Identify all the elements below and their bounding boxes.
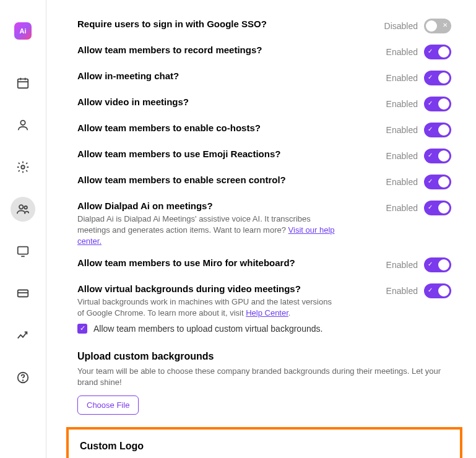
setting-row: Require users to sign in with Google SSO… [77, 19, 451, 33]
svg-rect-0 [18, 79, 28, 89]
toggle-miro[interactable]: ✓ [424, 257, 451, 272]
setting-control: Enabled ✓ [386, 257, 451, 272]
status-text: Enabled [386, 99, 418, 109]
toggle-screen-control[interactable]: ✓ [424, 175, 451, 189]
svg-point-4 [20, 121, 25, 125]
setting-control: Disabled ✕ [384, 19, 451, 33]
custom-logo-highlight: Custom Logo Logos will be constrained to… [66, 427, 462, 458]
status-text: Enabled [386, 73, 418, 83]
svg-point-7 [24, 206, 27, 209]
checkbox-row: ✓ Allow team members to upload custom vi… [77, 324, 337, 334]
setting-row: Allow team members to enable screen cont… [77, 175, 451, 189]
setting-control: Enabled ✓ [386, 45, 451, 59]
toggle-virtual-bg[interactable]: ✓ [424, 283, 451, 298]
setting-label: Allow team members to record meetings? [77, 45, 262, 55]
setting-label: Allow team members to use Miro for white… [77, 257, 295, 268]
analytics-icon[interactable] [11, 323, 35, 348]
status-text: Enabled [386, 260, 418, 270]
setting-control: Enabled ✓ [386, 123, 451, 137]
help-center-link[interactable]: Help Center [246, 308, 288, 318]
card-icon[interactable] [11, 281, 35, 306]
setting-label: Allow in-meeting chat? [77, 71, 179, 81]
toggle-record[interactable]: ✓ [424, 45, 451, 59]
gear-icon[interactable] [11, 155, 35, 179]
toggle-cohosts[interactable]: ✓ [424, 123, 451, 137]
setting-row: Allow team members to use Emoji Reaction… [77, 149, 451, 163]
setting-description: Dialpad Ai is Dialpad Ai Meetings' assis… [77, 214, 337, 248]
setting-label: Allow team members to enable screen cont… [77, 175, 286, 185]
setting-control: Enabled ✓ [386, 149, 451, 163]
svg-point-5 [21, 165, 25, 169]
main-content: Require users to sign in with Google SSO… [46, 0, 476, 458]
help-icon[interactable] [11, 365, 35, 390]
setting-row: Allow team members to record meetings? E… [77, 45, 451, 59]
setting-row: Allow Dialpad Ai on meetings? Dialpad Ai… [77, 201, 451, 248]
toggle-dialpad-ai[interactable]: ✓ [424, 201, 451, 215]
status-text: Enabled [386, 151, 418, 161]
toggle-emoji[interactable]: ✓ [424, 149, 451, 163]
setting-control: Enabled ✓ [386, 71, 451, 85]
section-title: Upload custom backgrounds [77, 351, 451, 362]
toggle-chat[interactable]: ✓ [424, 71, 451, 85]
setting-row: Allow team members to enable co-hosts? E… [77, 123, 451, 137]
status-text: Enabled [386, 286, 418, 296]
setting-label: Allow virtual backgrounds during video m… [77, 283, 325, 294]
toggle-video[interactable]: ✓ [424, 97, 451, 111]
upload-backgrounds-checkbox[interactable]: ✓ [77, 324, 87, 334]
setting-label: Allow video in meetings? [77, 97, 189, 107]
setting-row: Allow video in meetings? Enabled ✓ [77, 97, 451, 111]
setting-row: Allow virtual backgrounds during video m… [77, 283, 451, 334]
section-title: Custom Logo [80, 441, 449, 452]
setting-label: Allow team members to use Emoji Reaction… [77, 149, 280, 159]
status-text: Enabled [386, 177, 418, 187]
people-icon[interactable] [11, 197, 35, 222]
monitor-icon[interactable] [11, 239, 35, 264]
section-description: Logos will be constrained to a maximum h… [80, 456, 449, 458]
svg-point-13 [23, 380, 24, 381]
status-text: Enabled [386, 203, 418, 213]
setting-label: Require users to sign in with Google SSO… [77, 19, 267, 29]
status-text: Disabled [384, 21, 418, 31]
status-text: Enabled [386, 47, 418, 57]
upload-backgrounds-section: Upload custom backgrounds Your team will… [77, 351, 451, 415]
setting-control: Enabled ✓ [386, 175, 451, 189]
setting-label: Allow team members to enable co-hosts? [77, 123, 261, 133]
sidebar: Ai [0, 0, 46, 458]
svg-point-6 [19, 205, 23, 209]
person-icon[interactable] [11, 113, 35, 137]
section-description: Your team will be able to choose these c… [77, 366, 451, 388]
setting-label: Allow Dialpad Ai on meetings? [77, 201, 325, 211]
setting-row: Allow team members to use Miro for white… [77, 257, 451, 272]
calendar-icon[interactable] [11, 71, 35, 95]
setting-control: Enabled ✓ [386, 283, 451, 298]
checkbox-label: Allow team members to upload custom virt… [93, 324, 322, 334]
setting-description: Virtual backgrounds work in machines wit… [77, 296, 337, 319]
svg-rect-8 [18, 247, 28, 254]
app-logo[interactable]: Ai [14, 22, 32, 40]
choose-file-button[interactable]: Choose File [77, 395, 139, 415]
status-text: Enabled [386, 125, 418, 135]
setting-row: Allow in-meeting chat? Enabled ✓ [77, 71, 451, 85]
setting-control: Enabled ✓ [386, 97, 451, 111]
setting-control: Enabled ✓ [386, 201, 451, 215]
toggle-sso[interactable]: ✕ [424, 19, 451, 33]
